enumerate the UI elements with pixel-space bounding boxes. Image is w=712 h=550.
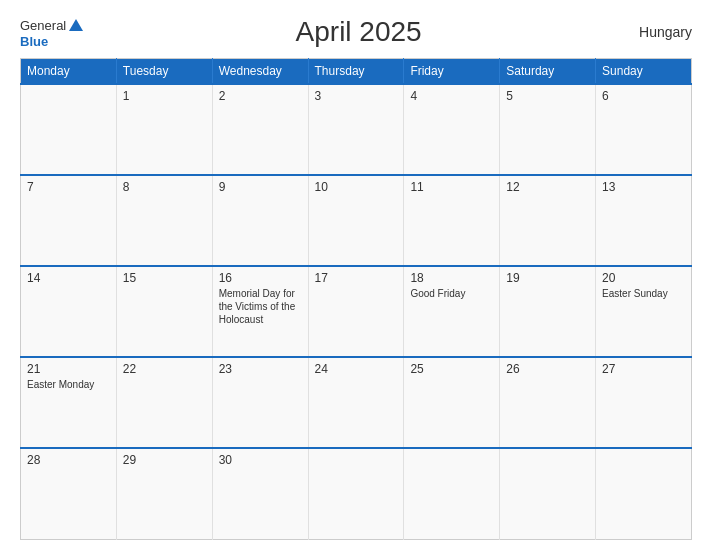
logo-block: General Blue <box>20 17 85 48</box>
day-event: Good Friday <box>410 288 465 299</box>
day-number: 16 <box>219 271 302 285</box>
calendar-cell <box>404 448 500 539</box>
calendar-week-row: 141516Memorial Day for the Victims of th… <box>21 266 692 357</box>
header-monday: Monday <box>21 59 117 85</box>
day-number: 30 <box>219 453 302 467</box>
calendar-cell: 14 <box>21 266 117 357</box>
page: General Blue April 2025 Hungary Monday T… <box>0 0 712 550</box>
calendar-cell: 11 <box>404 175 500 266</box>
header-saturday: Saturday <box>500 59 596 85</box>
logo-general: General <box>20 19 66 32</box>
calendar-cell <box>21 84 117 175</box>
day-number: 22 <box>123 362 206 376</box>
day-number: 25 <box>410 362 493 376</box>
day-number: 27 <box>602 362 685 376</box>
calendar-cell: 15 <box>116 266 212 357</box>
calendar-cell <box>308 448 404 539</box>
calendar-week-row: 123456 <box>21 84 692 175</box>
day-number: 2 <box>219 89 302 103</box>
calendar-cell: 27 <box>596 357 692 448</box>
header-friday: Friday <box>404 59 500 85</box>
svg-marker-0 <box>69 19 83 31</box>
day-number: 10 <box>315 180 398 194</box>
day-number: 12 <box>506 180 589 194</box>
day-number: 19 <box>506 271 589 285</box>
day-number: 14 <box>27 271 110 285</box>
day-number: 11 <box>410 180 493 194</box>
calendar-cell: 21Easter Monday <box>21 357 117 448</box>
day-event: Easter Sunday <box>602 288 668 299</box>
calendar-cell: 25 <box>404 357 500 448</box>
calendar-cell: 8 <box>116 175 212 266</box>
day-number: 29 <box>123 453 206 467</box>
calendar-cell: 9 <box>212 175 308 266</box>
calendar-cell: 24 <box>308 357 404 448</box>
calendar-cell <box>596 448 692 539</box>
calendar-cell: 13 <box>596 175 692 266</box>
header-sunday: Sunday <box>596 59 692 85</box>
weekday-header-row: Monday Tuesday Wednesday Thursday Friday… <box>21 59 692 85</box>
calendar-week-row: 78910111213 <box>21 175 692 266</box>
calendar-title: April 2025 <box>85 16 632 48</box>
calendar-cell: 2 <box>212 84 308 175</box>
logo-blue: Blue <box>20 35 48 48</box>
calendar-cell: 6 <box>596 84 692 175</box>
day-number: 6 <box>602 89 685 103</box>
day-number: 23 <box>219 362 302 376</box>
calendar-body: 12345678910111213141516Memorial Day for … <box>21 84 692 540</box>
header-wednesday: Wednesday <box>212 59 308 85</box>
calendar-cell: 17 <box>308 266 404 357</box>
calendar-cell: 10 <box>308 175 404 266</box>
day-event: Memorial Day for the Victims of the Holo… <box>219 288 296 325</box>
calendar-week-row: 282930 <box>21 448 692 539</box>
day-number: 18 <box>410 271 493 285</box>
calendar-cell: 16Memorial Day for the Victims of the Ho… <box>212 266 308 357</box>
calendar-cell: 23 <box>212 357 308 448</box>
calendar-cell: 29 <box>116 448 212 539</box>
day-number: 15 <box>123 271 206 285</box>
logo: General Blue <box>20 17 85 48</box>
calendar-cell: 26 <box>500 357 596 448</box>
header-tuesday: Tuesday <box>116 59 212 85</box>
day-number: 4 <box>410 89 493 103</box>
day-number: 7 <box>27 180 110 194</box>
logo-icon <box>67 17 85 35</box>
calendar-cell: 5 <box>500 84 596 175</box>
calendar-cell: 1 <box>116 84 212 175</box>
day-number: 20 <box>602 271 685 285</box>
day-number: 13 <box>602 180 685 194</box>
header-thursday: Thursday <box>308 59 404 85</box>
calendar-cell: 4 <box>404 84 500 175</box>
day-number: 21 <box>27 362 110 376</box>
calendar-table: Monday Tuesday Wednesday Thursday Friday… <box>20 58 692 540</box>
day-number: 17 <box>315 271 398 285</box>
calendar-cell: 12 <box>500 175 596 266</box>
day-number: 9 <box>219 180 302 194</box>
day-number: 24 <box>315 362 398 376</box>
calendar-cell: 3 <box>308 84 404 175</box>
day-event: Easter Monday <box>27 379 94 390</box>
day-number: 1 <box>123 89 206 103</box>
calendar-cell: 7 <box>21 175 117 266</box>
calendar-week-row: 21Easter Monday222324252627 <box>21 357 692 448</box>
day-number: 8 <box>123 180 206 194</box>
calendar-cell: 20Easter Sunday <box>596 266 692 357</box>
day-number: 5 <box>506 89 589 103</box>
country-label: Hungary <box>632 24 692 40</box>
calendar-cell: 22 <box>116 357 212 448</box>
calendar-cell: 30 <box>212 448 308 539</box>
day-number: 26 <box>506 362 589 376</box>
calendar-cell: 19 <box>500 266 596 357</box>
header: General Blue April 2025 Hungary <box>20 16 692 48</box>
day-number: 28 <box>27 453 110 467</box>
day-number: 3 <box>315 89 398 103</box>
calendar-cell <box>500 448 596 539</box>
calendar-cell: 28 <box>21 448 117 539</box>
calendar-cell: 18Good Friday <box>404 266 500 357</box>
